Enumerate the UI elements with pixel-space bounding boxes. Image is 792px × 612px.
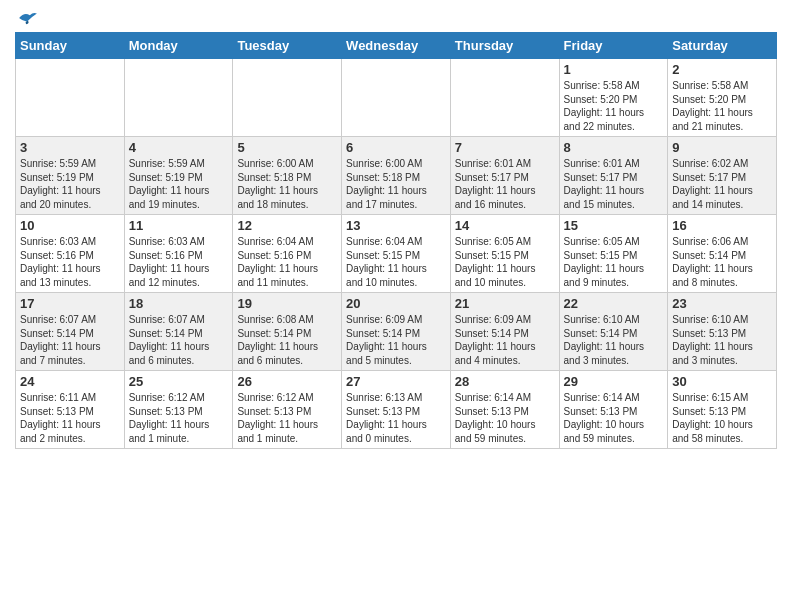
header [15,10,777,26]
day-number: 10 [20,218,120,233]
day-detail: Sunrise: 6:09 AM Sunset: 5:14 PM Dayligh… [455,313,555,367]
calendar-cell: 1Sunrise: 5:58 AM Sunset: 5:20 PM Daylig… [559,59,668,137]
calendar-cell: 29Sunrise: 6:14 AM Sunset: 5:13 PM Dayli… [559,371,668,449]
day-number: 12 [237,218,337,233]
day-number: 1 [564,62,664,77]
calendar-cell: 22Sunrise: 6:10 AM Sunset: 5:14 PM Dayli… [559,293,668,371]
calendar-week-row: 1Sunrise: 5:58 AM Sunset: 5:20 PM Daylig… [16,59,777,137]
calendar-header-row: SundayMondayTuesdayWednesdayThursdayFrid… [16,33,777,59]
calendar-cell [450,59,559,137]
calendar-cell: 8Sunrise: 6:01 AM Sunset: 5:17 PM Daylig… [559,137,668,215]
column-header-tuesday: Tuesday [233,33,342,59]
column-header-wednesday: Wednesday [342,33,451,59]
calendar-cell: 19Sunrise: 6:08 AM Sunset: 5:14 PM Dayli… [233,293,342,371]
day-number: 25 [129,374,229,389]
day-number: 27 [346,374,446,389]
day-number: 17 [20,296,120,311]
calendar-cell: 6Sunrise: 6:00 AM Sunset: 5:18 PM Daylig… [342,137,451,215]
day-number: 30 [672,374,772,389]
day-detail: Sunrise: 6:00 AM Sunset: 5:18 PM Dayligh… [237,157,337,211]
calendar-cell: 9Sunrise: 6:02 AM Sunset: 5:17 PM Daylig… [668,137,777,215]
calendar-cell: 3Sunrise: 5:59 AM Sunset: 5:19 PM Daylig… [16,137,125,215]
day-number: 14 [455,218,555,233]
calendar-cell: 23Sunrise: 6:10 AM Sunset: 5:13 PM Dayli… [668,293,777,371]
day-detail: Sunrise: 6:15 AM Sunset: 5:13 PM Dayligh… [672,391,772,445]
day-detail: Sunrise: 6:02 AM Sunset: 5:17 PM Dayligh… [672,157,772,211]
day-detail: Sunrise: 5:59 AM Sunset: 5:19 PM Dayligh… [129,157,229,211]
day-number: 9 [672,140,772,155]
day-detail: Sunrise: 6:00 AM Sunset: 5:18 PM Dayligh… [346,157,446,211]
day-number: 13 [346,218,446,233]
calendar-cell [124,59,233,137]
day-number: 29 [564,374,664,389]
calendar-cell: 17Sunrise: 6:07 AM Sunset: 5:14 PM Dayli… [16,293,125,371]
calendar-week-row: 24Sunrise: 6:11 AM Sunset: 5:13 PM Dayli… [16,371,777,449]
day-number: 8 [564,140,664,155]
day-number: 6 [346,140,446,155]
day-number: 22 [564,296,664,311]
day-detail: Sunrise: 6:13 AM Sunset: 5:13 PM Dayligh… [346,391,446,445]
day-number: 26 [237,374,337,389]
day-detail: Sunrise: 6:08 AM Sunset: 5:14 PM Dayligh… [237,313,337,367]
calendar-cell: 12Sunrise: 6:04 AM Sunset: 5:16 PM Dayli… [233,215,342,293]
day-detail: Sunrise: 6:07 AM Sunset: 5:14 PM Dayligh… [129,313,229,367]
day-detail: Sunrise: 6:06 AM Sunset: 5:14 PM Dayligh… [672,235,772,289]
day-detail: Sunrise: 6:04 AM Sunset: 5:16 PM Dayligh… [237,235,337,289]
day-detail: Sunrise: 6:04 AM Sunset: 5:15 PM Dayligh… [346,235,446,289]
day-detail: Sunrise: 6:03 AM Sunset: 5:16 PM Dayligh… [20,235,120,289]
calendar-cell: 7Sunrise: 6:01 AM Sunset: 5:17 PM Daylig… [450,137,559,215]
calendar-cell: 30Sunrise: 6:15 AM Sunset: 5:13 PM Dayli… [668,371,777,449]
calendar-cell: 20Sunrise: 6:09 AM Sunset: 5:14 PM Dayli… [342,293,451,371]
calendar-cell: 26Sunrise: 6:12 AM Sunset: 5:13 PM Dayli… [233,371,342,449]
day-number: 19 [237,296,337,311]
logo [15,10,39,26]
day-number: 5 [237,140,337,155]
day-number: 3 [20,140,120,155]
day-detail: Sunrise: 6:10 AM Sunset: 5:14 PM Dayligh… [564,313,664,367]
day-detail: Sunrise: 5:59 AM Sunset: 5:19 PM Dayligh… [20,157,120,211]
column-header-monday: Monday [124,33,233,59]
calendar-cell: 16Sunrise: 6:06 AM Sunset: 5:14 PM Dayli… [668,215,777,293]
calendar-cell: 2Sunrise: 5:58 AM Sunset: 5:20 PM Daylig… [668,59,777,137]
calendar-cell: 15Sunrise: 6:05 AM Sunset: 5:15 PM Dayli… [559,215,668,293]
day-number: 18 [129,296,229,311]
calendar-week-row: 3Sunrise: 5:59 AM Sunset: 5:19 PM Daylig… [16,137,777,215]
day-detail: Sunrise: 6:09 AM Sunset: 5:14 PM Dayligh… [346,313,446,367]
day-number: 7 [455,140,555,155]
calendar-cell: 25Sunrise: 6:12 AM Sunset: 5:13 PM Dayli… [124,371,233,449]
day-detail: Sunrise: 6:10 AM Sunset: 5:13 PM Dayligh… [672,313,772,367]
calendar-cell [342,59,451,137]
day-detail: Sunrise: 6:05 AM Sunset: 5:15 PM Dayligh… [564,235,664,289]
calendar-cell: 14Sunrise: 6:05 AM Sunset: 5:15 PM Dayli… [450,215,559,293]
calendar-cell: 27Sunrise: 6:13 AM Sunset: 5:13 PM Dayli… [342,371,451,449]
day-number: 11 [129,218,229,233]
calendar-week-row: 17Sunrise: 6:07 AM Sunset: 5:14 PM Dayli… [16,293,777,371]
calendar-cell: 21Sunrise: 6:09 AM Sunset: 5:14 PM Dayli… [450,293,559,371]
logo-bird-icon [17,10,39,26]
calendar-cell: 5Sunrise: 6:00 AM Sunset: 5:18 PM Daylig… [233,137,342,215]
day-detail: Sunrise: 6:12 AM Sunset: 5:13 PM Dayligh… [237,391,337,445]
column-header-sunday: Sunday [16,33,125,59]
day-detail: Sunrise: 6:12 AM Sunset: 5:13 PM Dayligh… [129,391,229,445]
calendar-cell: 18Sunrise: 6:07 AM Sunset: 5:14 PM Dayli… [124,293,233,371]
column-header-friday: Friday [559,33,668,59]
day-number: 15 [564,218,664,233]
calendar-cell: 10Sunrise: 6:03 AM Sunset: 5:16 PM Dayli… [16,215,125,293]
column-header-thursday: Thursday [450,33,559,59]
day-number: 21 [455,296,555,311]
day-detail: Sunrise: 6:01 AM Sunset: 5:17 PM Dayligh… [455,157,555,211]
day-number: 2 [672,62,772,77]
day-number: 23 [672,296,772,311]
day-number: 16 [672,218,772,233]
column-header-saturday: Saturday [668,33,777,59]
calendar-cell: 11Sunrise: 6:03 AM Sunset: 5:16 PM Dayli… [124,215,233,293]
calendar-cell [233,59,342,137]
day-number: 28 [455,374,555,389]
calendar-cell: 24Sunrise: 6:11 AM Sunset: 5:13 PM Dayli… [16,371,125,449]
day-detail: Sunrise: 6:05 AM Sunset: 5:15 PM Dayligh… [455,235,555,289]
calendar-cell: 4Sunrise: 5:59 AM Sunset: 5:19 PM Daylig… [124,137,233,215]
page: SundayMondayTuesdayWednesdayThursdayFrid… [0,0,792,464]
day-number: 24 [20,374,120,389]
day-detail: Sunrise: 5:58 AM Sunset: 5:20 PM Dayligh… [672,79,772,133]
day-detail: Sunrise: 6:14 AM Sunset: 5:13 PM Dayligh… [564,391,664,445]
